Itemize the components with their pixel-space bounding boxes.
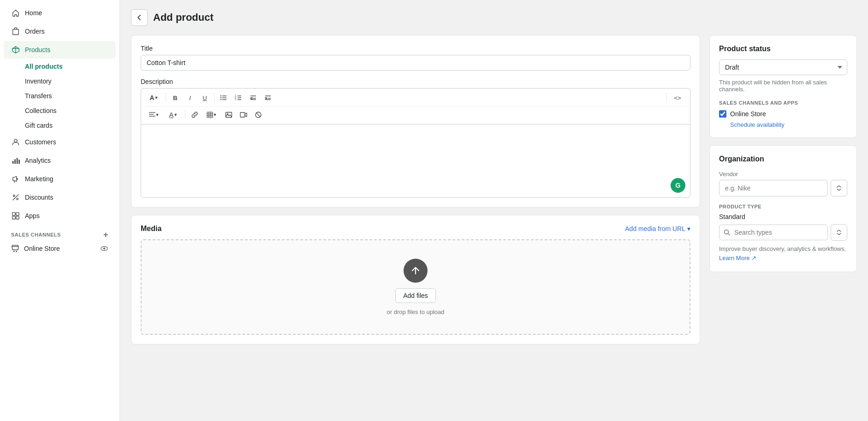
search-types-input[interactable] — [719, 225, 828, 240]
add-files-button[interactable]: Add files — [395, 288, 436, 303]
svg-rect-13 — [16, 213, 19, 215]
title-label: Title — [141, 45, 690, 52]
sidebar-item-customers[interactable]: Customers — [4, 133, 116, 151]
sidebar-item-analytics-label: Analytics — [25, 157, 51, 164]
search-types-row — [719, 224, 847, 241]
media-drop-zone[interactable]: Add files or drop files to upload — [141, 239, 690, 335]
sales-channels-heading: SALES CHANNELS + — [0, 225, 119, 241]
media-card: Media Add media from URL ▾ Add files — [131, 215, 700, 344]
sidebar-sub-gift-cards[interactable]: Gift cards — [4, 119, 116, 132]
product-status-title: Product status — [719, 45, 847, 53]
product-type-heading: PRODUCT TYPE — [719, 204, 847, 209]
add-sales-channel-button[interactable]: + — [103, 231, 108, 239]
product-status-select[interactable]: Draft Active — [719, 59, 847, 75]
sidebar-item-discounts[interactable]: Discounts — [4, 189, 116, 206]
svg-point-19 — [103, 248, 106, 250]
code-button[interactable]: <> — [669, 91, 686, 104]
products-icon — [11, 45, 20, 54]
svg-rect-0 — [13, 30, 19, 35]
sidebar-item-customers-label: Customers — [25, 138, 56, 146]
video-button[interactable] — [237, 108, 250, 121]
vendor-stepper-button[interactable] — [831, 180, 847, 196]
sidebar-sub-transfers[interactable]: Transfers — [4, 89, 116, 103]
back-button[interactable] — [131, 9, 148, 26]
search-icon — [724, 229, 730, 236]
media-title: Media — [141, 225, 161, 233]
organization-title: Organization — [719, 155, 847, 163]
product-details-card: Title Description A ▼ B I U — [131, 35, 700, 208]
font-color-button[interactable]: A ▼ — [164, 108, 183, 121]
sidebar-item-marketing[interactable]: Marketing — [4, 170, 116, 188]
page-header: Add product — [131, 9, 857, 26]
remove-format-button[interactable] — [251, 108, 265, 121]
sidebar-item-analytics[interactable]: Analytics — [4, 152, 116, 169]
svg-line-50 — [256, 113, 260, 117]
description-editor[interactable]: G — [141, 124, 690, 198]
bold-button[interactable]: B — [168, 91, 182, 104]
product-type-hint: Improve buyer discovery, analytics & wor… — [719, 244, 847, 262]
customers-icon — [11, 137, 20, 147]
right-sidebar: Product status Draft Active This product… — [709, 35, 857, 272]
svg-point-22 — [220, 97, 221, 98]
add-media-url-button[interactable]: Add media from URL ▾ — [625, 225, 690, 232]
italic-button[interactable]: I — [183, 91, 197, 104]
grammarly-button[interactable]: G — [671, 178, 685, 193]
underline-button[interactable]: U — [198, 91, 212, 104]
svg-rect-12 — [12, 213, 15, 215]
sidebar-item-products[interactable]: Products — [4, 41, 116, 59]
online-store-icon — [11, 244, 19, 253]
align-button[interactable]: ▼ — [145, 108, 163, 121]
svg-point-24 — [220, 99, 221, 100]
svg-point-10 — [17, 198, 18, 200]
indent-button[interactable] — [261, 91, 275, 104]
sidebar-sub-collections[interactable]: Collections — [4, 104, 116, 118]
svg-point-4 — [14, 139, 17, 142]
product-status-hint: This product will be hidden from all sal… — [719, 79, 847, 93]
product-status-card: Product status Draft Active This product… — [709, 35, 857, 138]
sidebar-item-marketing-label: Marketing — [25, 175, 53, 183]
font-style-button[interactable]: A ▼ — [145, 91, 163, 104]
svg-rect-15 — [16, 216, 19, 219]
media-header: Media Add media from URL ▾ — [141, 225, 690, 233]
svg-point-20 — [220, 95, 221, 96]
page-title: Add product — [153, 12, 214, 24]
svg-rect-5 — [12, 161, 14, 164]
svg-rect-14 — [12, 216, 15, 219]
sidebar-item-apps-label: Apps — [25, 212, 40, 219]
apps-icon — [11, 211, 20, 220]
sidebar-sub-all-products[interactable]: All products — [4, 59, 116, 73]
title-input[interactable] — [141, 55, 690, 71]
analytics-icon — [11, 156, 20, 165]
product-type-value: Standard — [719, 213, 847, 220]
sidebar-item-home[interactable]: Home — [4, 4, 116, 22]
image-button[interactable] — [222, 108, 236, 121]
sidebar-item-apps[interactable]: Apps — [4, 207, 116, 225]
svg-point-17 — [16, 251, 17, 252]
schedule-availability-link[interactable]: Schedule availability — [719, 121, 847, 128]
svg-line-52 — [728, 234, 730, 236]
vendor-input[interactable] — [719, 180, 828, 196]
sidebar-item-orders[interactable]: Orders — [4, 23, 116, 40]
table-button[interactable]: ▼ — [202, 108, 221, 121]
learn-more-link[interactable]: Learn More ↗ — [719, 255, 756, 261]
svg-rect-8 — [18, 160, 20, 164]
online-store-visibility-icon[interactable] — [100, 244, 108, 253]
outdent-button[interactable] — [246, 91, 260, 104]
svg-rect-46 — [226, 113, 232, 118]
sidebar-sub-inventory[interactable]: Inventory — [4, 74, 116, 88]
dropdown-chevron-icon: ▾ — [687, 225, 690, 232]
svg-rect-48 — [240, 113, 245, 117]
product-type-stepper-button[interactable] — [831, 224, 847, 241]
sidebar-item-online-store[interactable]: Online Store — [4, 241, 116, 256]
svg-text:3.: 3. — [235, 98, 237, 101]
external-link-icon: ↗ — [751, 255, 756, 261]
ordered-list-button[interactable]: 1.2.3. — [232, 91, 245, 104]
discounts-icon — [11, 193, 20, 202]
description-label: Description — [141, 78, 690, 85]
link-button[interactable] — [188, 108, 202, 121]
editor-toolbar: A ▼ B I U 1.2.3. — [141, 88, 690, 124]
sidebar: Home Orders Products All products Invent… — [0, 0, 120, 421]
online-store-checkbox[interactable] — [719, 110, 726, 118]
vendor-label: Vendor — [719, 171, 847, 178]
unordered-list-button[interactable] — [217, 91, 231, 104]
